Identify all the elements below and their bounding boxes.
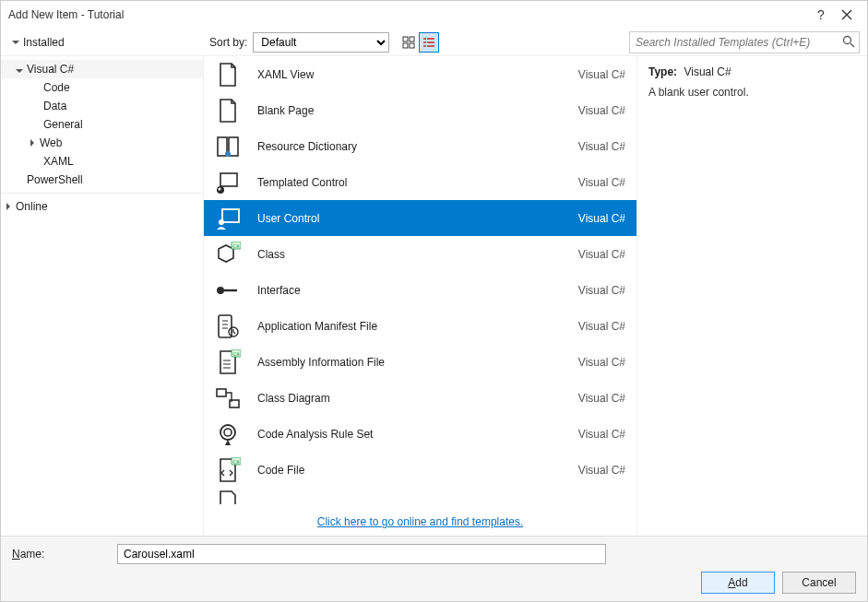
svg-rect-2 [403,43,408,48]
template-lang: Visual C# [578,284,625,297]
svg-rect-3 [410,43,414,48]
cancel-button[interactable]: Cancel [782,572,856,594]
template-description: A blank user control. [648,86,856,99]
template-lang: Visual C# [578,176,625,189]
template-item[interactable]: Class DiagramVisual C# [204,380,636,416]
dialog-window: Add New Item - Tutorial ? Installed Sort… [0,0,868,602]
view-list-button[interactable] [419,32,439,53]
template-lang: Visual C# [578,140,625,153]
title-bar: Add New Item - Tutorial ? [1,1,867,29]
template-name: User Control [257,212,578,225]
close-icon [841,9,852,20]
template-lang: Visual C# [578,248,625,261]
type-label: Type: [648,65,677,78]
chevron-right-icon [30,139,34,147]
template-item[interactable] [204,488,636,504]
template-item[interactable]: Resource DictionaryVisual C# [204,128,636,164]
template-item[interactable]: C#Code FileVisual C# [204,452,636,488]
svg-rect-7 [427,41,434,43]
svg-rect-1 [410,37,414,41]
template-item[interactable]: Code Analysis Rule SetVisual C# [204,416,636,452]
html-icon [213,488,243,504]
tree-label: Code [43,81,70,94]
template-item[interactable]: Templated ControlVisual C# [204,164,636,200]
toolbar: Installed Sort by: Default [1,29,867,56]
svg-point-18 [219,219,224,225]
tree-item-general[interactable]: General [1,115,203,134]
template-item[interactable]: Blank PageVisual C# [204,92,636,128]
svg-rect-4 [423,38,426,40]
help-button[interactable]: ? [808,2,834,28]
template-item[interactable]: InterfaceVisual C# [204,272,636,308]
template-name: Resource Dictionary [257,140,578,153]
codefile-icon: C# [213,455,243,485]
template-name: Assembly Information File [257,356,578,369]
close-button[interactable] [834,2,860,28]
category-tree: Visual C# Code Data General Web XAML Pow… [1,56,204,536]
svg-rect-6 [423,41,426,43]
page-icon [213,60,243,89]
template-lang: Visual C# [578,68,625,81]
tree-item-code[interactable]: Code [1,78,203,97]
svg-point-29 [224,429,232,436]
view-toggle [398,32,439,53]
svg-rect-26 [217,389,226,396]
template-list: XAML ViewVisual C#Blank PageVisual C#Res… [204,56,636,536]
tree-label: XAML [43,155,74,168]
sortby-label: Sort by: [209,36,247,49]
template-name: Class Diagram [257,392,578,405]
svg-rect-5 [427,38,434,40]
details-panel: Type: Visual C# A blank user control. [636,56,867,536]
template-lang: Visual C# [578,212,625,225]
template-item[interactable]: Application Manifest FileVisual C# [204,308,636,344]
tree-label: Data [43,100,66,112]
tree-label: Visual C# [27,63,74,76]
svg-rect-17 [222,209,239,222]
template-name: Class [257,248,578,261]
template-lang: Visual C# [578,356,625,369]
page-icon [213,96,243,125]
list-icon [422,36,435,49]
tree-item-xaml[interactable]: XAML [1,152,203,171]
template-lang: Visual C# [578,392,625,405]
usercontrol-icon [213,204,243,233]
template-lang: Visual C# [578,104,625,117]
tree-item-web[interactable]: Web [1,134,203,152]
type-value: Visual C# [684,65,731,78]
tree-label: PowerShell [27,173,83,186]
sidebar-header-label: Installed [23,36,65,49]
template-item[interactable]: User ControlVisual C# [204,200,636,236]
template-name: Application Manifest File [257,320,578,333]
sidebar-header[interactable]: Installed [8,33,68,52]
add-button[interactable]: Add [701,572,775,594]
window-title: Add New Item - Tutorial [8,8,808,21]
tree-item-data[interactable]: Data [1,97,203,115]
tree-item-powershell[interactable]: PowerShell [1,171,203,189]
template-lang: Visual C# [578,320,625,333]
tree-item-online[interactable]: Online [1,193,203,215]
template-item[interactable]: XAML ViewVisual C# [204,56,636,92]
assembly-icon: C# [213,348,243,377]
search-input[interactable] [629,31,860,53]
svg-text:C#: C# [232,242,239,248]
template-lang: Visual C# [578,428,625,441]
svg-rect-8 [423,45,426,47]
template-name: XAML View [257,68,578,81]
svg-point-10 [844,36,851,43]
sortby-dropdown[interactable]: Default [253,32,389,53]
ruleset-icon [213,419,243,449]
template-name: Blank Page [257,104,578,117]
svg-point-16 [219,187,221,190]
svg-point-21 [217,287,224,294]
tree-label: Web [40,136,62,149]
view-grid-button[interactable] [398,32,419,53]
template-item[interactable]: C#Assembly Information FileVisual C# [204,344,636,380]
svg-point-13 [225,151,231,157]
online-templates-link[interactable]: Click here to go online and find templat… [317,515,523,528]
tree-item-visual-csharp[interactable]: Visual C# [1,60,203,78]
search-icon[interactable] [841,34,856,49]
control-icon [213,168,243,197]
grid-icon [402,36,415,49]
template-item[interactable]: C#ClassVisual C# [204,236,636,272]
name-input[interactable] [117,544,606,564]
